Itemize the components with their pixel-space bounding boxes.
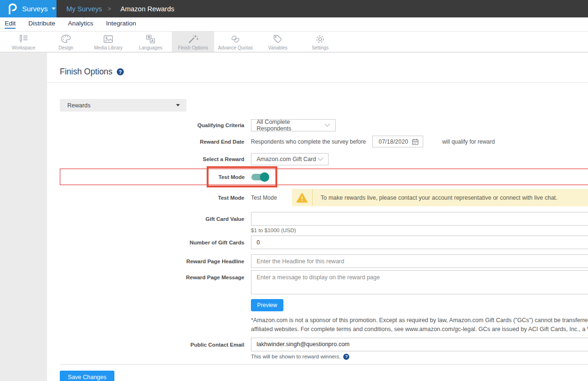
tab-integration[interactable]: Integration xyxy=(106,20,136,29)
number-of-gift-cards-input[interactable] xyxy=(251,235,588,249)
reward-page-headline-label: Reward Page Headline xyxy=(60,259,244,264)
select-reward-row: Select a Reward Amazon.com Gift Card xyxy=(60,153,588,165)
help-icon[interactable]: ? xyxy=(343,354,349,360)
survey-nav-tabs: Edit Distribute Analytics Integration xyxy=(0,17,588,32)
tab-distribute[interactable]: Distribute xyxy=(28,20,55,29)
rewards-form: Qualifying Criteria All Complete Respond… xyxy=(60,119,588,381)
qualifying-criteria-label: Qualifying Criteria xyxy=(60,122,244,128)
reward-page-message-row: Reward Page Message xyxy=(60,270,588,294)
calendar-icon xyxy=(412,138,419,145)
reward-end-date-prefix: Respondents who complete the survey befo… xyxy=(251,138,366,145)
toolbar-item-finish-options[interactable]: Finish Options xyxy=(172,32,214,52)
reward-end-date-input[interactable]: 07/18/2020 xyxy=(372,136,423,147)
tab-edit[interactable]: Edit xyxy=(5,20,16,29)
title-divider xyxy=(47,82,588,83)
public-contact-email-input[interactable] xyxy=(251,338,588,351)
toggle-knob xyxy=(260,172,269,182)
image-icon xyxy=(103,34,114,44)
toolbar-item-advance-quotas[interactable]: Advance Quotas xyxy=(214,32,257,52)
workspace-icon xyxy=(17,34,30,44)
chevron-down-icon xyxy=(324,123,330,127)
translate-icon xyxy=(145,34,156,44)
gift-card-value-label: Gift Card Value xyxy=(60,216,244,222)
save-changes-button[interactable]: Save Changes xyxy=(60,371,114,381)
select-reward-label: Select a Reward xyxy=(60,156,244,162)
test-mode-toggle-row: Test Mode xyxy=(60,169,588,185)
tab-analytics[interactable]: Analytics xyxy=(68,20,93,29)
chevron-down-icon xyxy=(176,104,180,106)
breadcrumb: My Surveys > Amazon Rewards xyxy=(66,0,174,17)
reward-page-message-textarea[interactable] xyxy=(251,270,588,294)
preview-button[interactable]: Preview xyxy=(251,299,283,311)
reward-page-headline-input[interactable] xyxy=(251,254,588,268)
reward-page-headline-row: Reward Page Headline xyxy=(60,254,588,268)
test-mode-status-label: Test Mode xyxy=(60,195,244,201)
form-bottom-divider xyxy=(60,364,588,365)
finish-option-type-dropdown[interactable]: Rewards xyxy=(60,99,186,112)
test-mode-toggle[interactable] xyxy=(251,174,268,180)
toolbar-item-variables[interactable]: Variables xyxy=(257,32,299,52)
reward-page-message-label: Reward Page Message xyxy=(60,275,244,280)
magic-wand-icon xyxy=(187,34,199,44)
app-menu-label: Surveys xyxy=(22,5,48,13)
finish-option-type-value: Rewards xyxy=(67,102,90,109)
chain-link-icon xyxy=(230,34,241,44)
toolbar-item-media-library[interactable]: Media Library xyxy=(87,32,129,52)
app-menu[interactable]: Surveys xyxy=(0,0,56,17)
toolbar-item-languages[interactable]: Languages xyxy=(129,32,172,52)
number-of-gift-cards-row: Number of Gift Cards xyxy=(60,235,588,249)
edit-toolbar: Workspace Design Media Library xyxy=(0,32,588,52)
top-bar: Surveys My Surveys > Amazon Rewards xyxy=(0,0,588,17)
help-icon[interactable]: ? xyxy=(117,68,124,75)
page-title: Finish Options xyxy=(60,67,113,77)
reward-end-date-suffix: will qualify for reward xyxy=(442,138,495,145)
chevron-down-icon xyxy=(52,8,56,10)
preview-row: Preview *Amazon.com is not a sponsor of … xyxy=(60,299,588,334)
amazon-disclaimer-line1: *Amazon.com is not a sponsor of this pro… xyxy=(251,316,588,325)
test-mode-status-row: Test Mode Test Mode To make rewards live… xyxy=(60,189,588,206)
public-contact-email-row: Public Contact Email This will be shown … xyxy=(60,338,588,360)
warning-banner: To make rewards live, please contact you… xyxy=(292,189,588,206)
amazon-disclaimer: *Amazon.com is not a sponsor of this pro… xyxy=(251,316,588,334)
toolbar-item-workspace[interactable]: Workspace xyxy=(2,32,45,52)
warning-triangle-icon xyxy=(296,193,308,203)
palette-icon xyxy=(60,34,72,44)
breadcrumb-separator: > xyxy=(108,6,111,12)
breadcrumb-current: Amazon Rewards xyxy=(121,5,174,13)
select-reward-select[interactable]: Amazon.com Gift Card xyxy=(251,153,329,165)
main-content: Finish Options ? Rewards Qualifying Crit… xyxy=(47,53,588,381)
questionpro-logo-icon xyxy=(7,3,17,15)
gear-icon xyxy=(314,34,326,44)
toolbar-item-settings[interactable]: Settings xyxy=(299,32,341,52)
public-contact-email-label: Public Contact Email xyxy=(60,342,244,348)
test-mode-status-value: Test Mode xyxy=(251,195,292,201)
qualifying-criteria-row: Qualifying Criteria All Complete Respond… xyxy=(60,119,588,131)
gift-card-value-row: Gift Card Value $1 to $1000 (USD) xyxy=(60,212,588,233)
test-mode-toggle-label: Test Mode xyxy=(60,174,245,180)
toolbar-item-design[interactable]: Design xyxy=(45,32,87,52)
public-contact-email-helper: This will be shown to reward winners. ? xyxy=(251,354,588,360)
gift-card-value-input[interactable] xyxy=(251,212,588,226)
gift-card-value-helper: $1 to $1000 (USD) xyxy=(251,227,588,233)
reward-end-date-label: Reward End Date xyxy=(60,139,244,145)
reward-end-date-row: Reward End Date Respondents who complete… xyxy=(60,136,588,147)
breadcrumb-parent-link[interactable]: My Surveys xyxy=(66,5,102,13)
amazon-disclaimer-line2: affiliated websites. For complete terms … xyxy=(251,325,588,334)
warning-message: To make rewards live, please contact you… xyxy=(313,189,557,206)
tag-icon xyxy=(272,34,283,44)
chevron-down-icon xyxy=(317,157,323,161)
qualifying-criteria-select[interactable]: All Complete Respondents xyxy=(251,119,336,131)
number-of-gift-cards-label: Number of Gift Cards xyxy=(60,240,244,245)
